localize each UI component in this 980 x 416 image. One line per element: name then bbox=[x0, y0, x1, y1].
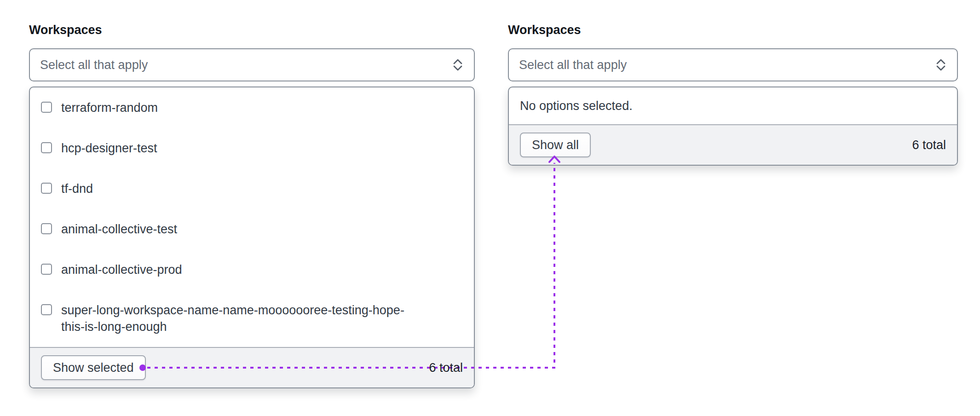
workspace-option[interactable]: animal-collective-test bbox=[30, 209, 474, 249]
workspaces-field-empty: Workspaces Select all that apply No opti… bbox=[508, 22, 958, 166]
workspace-option-label: super-long-workspace-name-name-moooooore… bbox=[61, 302, 418, 335]
checkbox-unchecked[interactable] bbox=[41, 142, 52, 153]
checkbox-unchecked[interactable] bbox=[41, 102, 52, 113]
page: Workspaces Select all that apply terrafo… bbox=[0, 0, 980, 416]
show-selected-button[interactable]: Show selected bbox=[41, 355, 146, 380]
checkbox-unchecked[interactable] bbox=[41, 264, 52, 275]
workspace-option[interactable]: animal-collective-prod bbox=[30, 249, 474, 290]
workspace-option[interactable]: hcp-designer-test bbox=[30, 128, 474, 168]
workspaces-field-open: Workspaces Select all that apply terrafo… bbox=[29, 22, 475, 388]
field-label: Workspaces bbox=[29, 22, 475, 38]
workspace-option-label: animal-collective-test bbox=[61, 221, 177, 237]
workspace-option-list: terraform-random hcp-designer-test tf-dn… bbox=[30, 87, 474, 347]
no-options-message: No options selected. bbox=[509, 87, 957, 124]
checkbox-unchecked[interactable] bbox=[41, 223, 52, 234]
caret-up-down-icon bbox=[452, 58, 464, 72]
options-dropdown: terraform-random hcp-designer-test tf-dn… bbox=[29, 87, 475, 388]
total-count: 6 total bbox=[912, 138, 946, 152]
workspace-option-label: hcp-designer-test bbox=[61, 140, 157, 156]
workspace-option-label: terraform-random bbox=[61, 99, 158, 116]
workspace-option[interactable]: super-long-workspace-name-name-moooooore… bbox=[30, 290, 474, 347]
workspace-option[interactable]: tf-dnd bbox=[30, 168, 474, 209]
caret-up-down-icon bbox=[935, 58, 947, 72]
workspace-option-label: tf-dnd bbox=[61, 180, 93, 197]
select-placeholder: Select all that apply bbox=[40, 58, 148, 72]
workspace-option-label: animal-collective-prod bbox=[61, 261, 182, 278]
select-trigger[interactable]: Select all that apply bbox=[29, 48, 475, 81]
dropdown-footer: Show selected 6 total bbox=[30, 347, 474, 387]
show-all-button[interactable]: Show all bbox=[520, 133, 591, 157]
empty-dropdown: No options selected. Show all 6 total bbox=[508, 87, 958, 166]
select-trigger[interactable]: Select all that apply bbox=[508, 48, 958, 81]
total-count: 6 total bbox=[429, 361, 463, 375]
workspace-option[interactable]: terraform-random bbox=[30, 87, 474, 128]
checkbox-unchecked[interactable] bbox=[41, 304, 52, 315]
field-label: Workspaces bbox=[508, 22, 958, 38]
dropdown-footer: Show all 6 total bbox=[509, 124, 957, 165]
select-placeholder: Select all that apply bbox=[519, 58, 627, 72]
checkbox-unchecked[interactable] bbox=[41, 183, 52, 194]
